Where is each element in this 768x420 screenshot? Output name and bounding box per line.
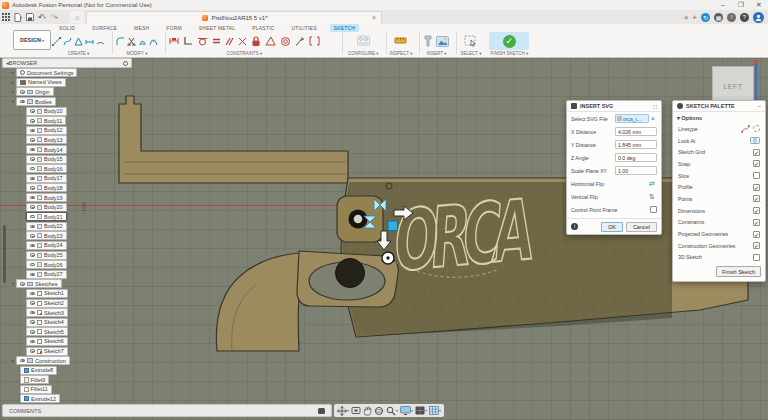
dimensions-checkbox[interactable]: ✓ (753, 207, 760, 214)
visibility-eye-icon[interactable] (30, 109, 35, 113)
browser-row-origin[interactable]: ▸ Origin (2, 87, 132, 97)
browser-body-row[interactable]: Body22 (2, 222, 132, 232)
visibility-eye-icon[interactable] (20, 282, 25, 286)
browser-row-named-views[interactable]: ▸ Named Views (2, 78, 132, 88)
sketch-grid-checkbox[interactable]: ✓ (753, 149, 760, 156)
browser-feature-row[interactable]: Fillet9 (2, 375, 132, 385)
ok-button[interactable]: OK (601, 222, 623, 232)
visibility-eye-icon[interactable] (30, 292, 35, 296)
projected-geometries-checkbox[interactable]: ✓ (753, 231, 760, 238)
finish-sketch-button[interactable]: ✓ (489, 32, 529, 50)
visibility-eye-icon[interactable] (30, 186, 35, 190)
visibility-eye-icon[interactable] (30, 253, 35, 257)
visibility-eye-icon[interactable] (30, 119, 35, 123)
extensions-icon[interactable]: ▦ (714, 13, 723, 22)
browser-body-row[interactable]: Body25 (2, 250, 132, 260)
notifications-bell-icon[interactable]: ! (727, 13, 736, 22)
ribbon-tab[interactable]: SKETCH (330, 24, 359, 32)
horizontal-flip-icon[interactable]: ⇄ (647, 180, 657, 188)
browser-feature-row[interactable]: Extrude12 (2, 394, 132, 404)
browser-sketch-row[interactable]: Sketch1 (2, 289, 132, 299)
save-icon[interactable] (24, 12, 36, 23)
insert-pipe-icon[interactable] (423, 35, 434, 47)
browser-sketch-row[interactable]: Sketch5 (2, 327, 132, 337)
visibility-eye-icon[interactable] (30, 138, 35, 142)
control-point-frame-checkbox[interactable] (650, 206, 657, 213)
vertical-flip-icon[interactable]: ⇅ (647, 193, 657, 201)
browser-body-row[interactable]: Body18 (2, 183, 132, 193)
palette-minimize-icon[interactable]: – (758, 103, 761, 109)
visibility-eye-icon[interactable] (30, 311, 35, 315)
symmetry-icon[interactable] (309, 36, 320, 46)
line-icon[interactable] (52, 37, 61, 46)
ribbon-tab[interactable]: SURFACE (88, 24, 121, 32)
visibility-eye-icon[interactable] (20, 100, 25, 104)
window-close-button[interactable]: ✕ (750, 0, 768, 10)
browser-gear-icon[interactable] (123, 61, 128, 66)
visibility-eye-icon[interactable] (30, 234, 35, 238)
browser-body-row[interactable]: Body13 (2, 135, 132, 145)
ribbon-tab[interactable]: SOLID (55, 24, 79, 32)
remove-file-icon[interactable]: × (649, 115, 657, 122)
concentric-icon[interactable] (280, 36, 291, 47)
sketch-palette-header[interactable]: SKETCH PALETTE – (673, 101, 765, 112)
visibility-eye-icon[interactable] (30, 340, 35, 344)
visibility-eye-icon[interactable] (30, 177, 35, 181)
linetype-construction-icon[interactable] (753, 125, 760, 132)
visibility-eye-icon[interactable] (30, 320, 35, 324)
redo-icon[interactable]: ↷▾ (48, 12, 60, 23)
equal-icon[interactable] (212, 37, 221, 45)
visibility-eye-icon[interactable] (30, 129, 35, 133)
snap-checkbox[interactable]: ✓ (753, 160, 760, 167)
visibility-eye-icon[interactable] (30, 263, 35, 267)
browser-header[interactable]: ◂ BROWSER (2, 58, 132, 68)
visibility-eye-icon[interactable] (30, 273, 35, 277)
browser-row-bodies[interactable]: ▾ Bodies (2, 97, 132, 107)
ribbon-tab[interactable]: UTILITIES (288, 24, 321, 32)
visibility-eye-icon[interactable] (20, 359, 25, 363)
dialog-info-icon[interactable]: i (571, 223, 578, 230)
user-avatar[interactable] (753, 12, 764, 23)
home-tab-button[interactable]: ⌂ (70, 11, 84, 23)
fix-lock-icon[interactable] (251, 36, 261, 47)
file-icon[interactable]: ▾ (12, 12, 24, 23)
arc-icon[interactable] (96, 37, 105, 46)
sketch-dimension-icon[interactable] (169, 36, 179, 46)
browser-body-row[interactable]: Body10 (2, 106, 132, 116)
browser-row-sketches[interactable]: ▾ Sketches (2, 279, 132, 289)
visibility-eye-icon[interactable] (30, 330, 35, 334)
browser-feature-row[interactable]: Fillet11 (2, 385, 132, 395)
nav-grid-icon[interactable]: ▾ (429, 406, 441, 415)
slice-checkbox[interactable] (753, 172, 760, 179)
polygon-icon[interactable] (74, 37, 83, 46)
curvature-icon[interactable] (295, 36, 305, 46)
browser-body-row[interactable]: Body12 (2, 126, 132, 136)
browser-row-construction[interactable]: ▸ Construction (2, 356, 132, 366)
browser-body-row[interactable]: Body19 (2, 193, 132, 203)
options-section-header[interactable]: ▾ Options (673, 112, 765, 123)
y-distance-input[interactable]: 1.845 mm (615, 140, 657, 149)
new-tab-icon[interactable]: + (692, 13, 697, 22)
browser-body-row[interactable]: Body24 (2, 241, 132, 251)
browser-sketch-row[interactable]: Sketch2 (2, 298, 132, 308)
z-angle-input[interactable]: 0.0 deg (615, 153, 657, 162)
points-checkbox[interactable]: ✓ (753, 195, 760, 202)
parallel-icon[interactable] (225, 37, 234, 46)
visibility-eye-icon[interactable] (30, 301, 35, 305)
window-minimize-button[interactable]: – (714, 0, 732, 10)
visibility-eye-icon[interactable] (30, 225, 35, 229)
coincident-icon[interactable] (183, 36, 193, 46)
browser-body-row[interactable]: Body16 (2, 164, 132, 174)
fillet-icon[interactable] (116, 37, 125, 46)
linetype-normal-icon[interactable] (741, 125, 750, 133)
insert-svg-dialog-header[interactable]: INSERT SVG ∷ (567, 101, 661, 112)
nav-hand-icon[interactable] (363, 406, 372, 416)
visibility-eye-icon[interactable] (30, 205, 35, 209)
ribbon-tab[interactable]: SHEET METAL (195, 24, 239, 32)
browser-sketch-row[interactable]: Sketch6 (2, 337, 132, 347)
browser-row-document-settings[interactable]: ▸ Document Settings (2, 68, 132, 78)
spline-icon[interactable] (63, 37, 72, 46)
visibility-eye-icon[interactable] (30, 349, 35, 353)
move-handle[interactable] (388, 221, 398, 231)
cancel-button[interactable]: Cancel (626, 222, 657, 232)
